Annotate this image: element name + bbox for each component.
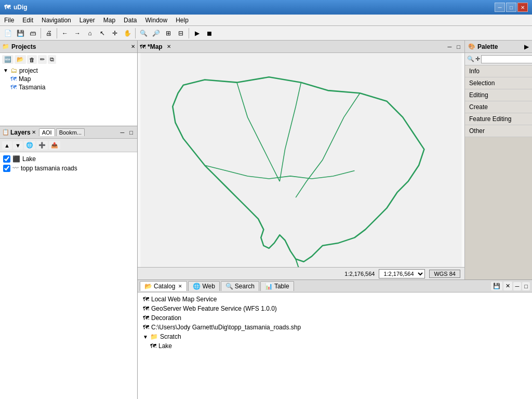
menu-data[interactable]: Data: [119, 15, 141, 25]
map-close-icon[interactable]: ✕: [167, 44, 171, 49]
catalog-decoration-label: Decoration: [151, 314, 181, 322]
catalog-lwms-icon: 🗺: [143, 296, 149, 303]
layers-maximize-button[interactable]: □: [127, 128, 135, 137]
menu-map[interactable]: Map: [99, 15, 119, 25]
save-button[interactable]: 💾: [15, 28, 26, 39]
home-button[interactable]: ⌂: [84, 28, 96, 39]
save-all-button[interactable]: 🗃: [27, 28, 38, 39]
menubar: File Edit Navigation Layer Map Data Wind…: [0, 15, 532, 26]
catalog-close-icon[interactable]: ✕: [178, 284, 182, 289]
zoom-previous-button[interactable]: ⊟: [175, 28, 187, 39]
palette-search-input[interactable]: [481, 55, 532, 63]
zoom-extent-button[interactable]: ⊞: [163, 28, 174, 39]
map-view[interactable]: [138, 53, 464, 267]
palette-item-other[interactable]: Other: [465, 125, 532, 137]
palette-item-feature-editing[interactable]: Feature Editing: [465, 113, 532, 125]
projects-open-button[interactable]: 📂: [15, 55, 26, 64]
bottom-close-button[interactable]: ✕: [503, 282, 512, 290]
catalog-shapefile-icon: 🗺: [143, 324, 149, 331]
layer-lake[interactable]: ⬛ Lake: [2, 154, 135, 164]
new-button[interactable]: 📄: [2, 28, 14, 39]
catalog-item-shapefile[interactable]: 🗺 C:\Users\Jody Garnett\uDig\topp_tasman…: [142, 323, 528, 332]
catalog-item-lake[interactable]: 🗺 Lake: [142, 341, 528, 351]
layer-roads-checkbox[interactable]: [3, 165, 10, 172]
projects-rename-button[interactable]: ✏: [38, 55, 47, 64]
catalog-item-decoration[interactable]: 🗺 Decoration: [142, 313, 528, 323]
pan-button[interactable]: ✋: [122, 28, 133, 39]
palette-expand-icon[interactable]: ▶: [524, 43, 529, 50]
map-icon: 🗺: [140, 44, 145, 50]
layers-minimize-button[interactable]: ─: [118, 128, 127, 137]
bottom-save-button[interactable]: 💾: [491, 282, 502, 290]
back-button[interactable]: ←: [59, 28, 71, 39]
map-svg: [138, 53, 464, 267]
layer-globe-button[interactable]: 🌐: [24, 141, 35, 150]
layer-roads[interactable]: 〰 topp tasmania roads: [2, 164, 135, 173]
expand-scratch-icon: ▼: [143, 334, 148, 340]
palette-item-selection[interactable]: Selection: [465, 77, 532, 89]
start-button[interactable]: ▶: [191, 28, 203, 39]
catalog-shapefile-label: C:\Users\Jody Garnett\uDig\topp_tasmania…: [151, 324, 301, 331]
stop-button[interactable]: ◼: [204, 28, 215, 39]
tab-web[interactable]: 🌐 Web: [188, 281, 219, 291]
close-button[interactable]: ✕: [517, 3, 528, 12]
layers-panel-close-icon[interactable]: ✕: [32, 129, 36, 135]
maximize-button[interactable]: □: [506, 3, 516, 12]
projects-new-button[interactable]: 🆕: [2, 55, 14, 64]
bottom-minimize-button[interactable]: ─: [513, 282, 522, 290]
tab-aoi[interactable]: AOI: [39, 128, 55, 136]
palette-item-editing[interactable]: Editing: [465, 89, 532, 101]
layers-panel: 📋 Layers ✕ AOI Bookm... ─ □ ▲ ▼ 🌐 ➕ 📤: [0, 126, 137, 399]
map-container: 🗺 *Map ✕ ─ □: [138, 41, 464, 280]
palette-item-info[interactable]: Info: [465, 65, 532, 77]
forward-button[interactable]: →: [72, 28, 83, 39]
layer-lake-checkbox[interactable]: [3, 155, 10, 163]
map-label: Map: [19, 75, 31, 83]
catalog-scratch-label: Scratch: [160, 333, 181, 340]
tree-project[interactable]: ▼ 🗂 project: [2, 66, 135, 75]
tree-map[interactable]: 🗺 Map: [2, 75, 135, 83]
projects-duplicate-button[interactable]: ⧉: [48, 55, 56, 64]
tab-table[interactable]: 📊 Table: [260, 281, 294, 291]
map-tab[interactable]: *Map: [148, 43, 163, 50]
projects-panel-title: Projects: [11, 43, 36, 50]
layer-add-button[interactable]: ➕: [36, 141, 48, 150]
projects-panel-close-icon[interactable]: ✕: [131, 44, 135, 49]
layer-down-button[interactable]: ▼: [13, 141, 23, 150]
app-icon: 🗺: [4, 4, 10, 11]
print-button[interactable]: 🖨: [43, 28, 55, 39]
layer-up-button[interactable]: ▲: [2, 141, 12, 150]
cross-button[interactable]: ✛: [109, 28, 121, 39]
scale-label: 1:2,176,564: [344, 271, 375, 277]
palette-item-create[interactable]: Create: [465, 101, 532, 113]
menu-help[interactable]: Help: [171, 15, 193, 25]
zoom-in-button[interactable]: 🔍: [138, 28, 149, 39]
palette-icon: 🎨: [468, 43, 475, 50]
catalog-item-geoserver[interactable]: 🗺 GeoServer Web Feature Service (WFS 1.0…: [142, 304, 528, 313]
menu-edit[interactable]: Edit: [18, 15, 37, 25]
tab-search[interactable]: 🔍 Search: [221, 281, 259, 291]
tree-tasmania[interactable]: 🗺 Tasmania: [2, 83, 135, 91]
toolbar-sep2: [57, 28, 57, 38]
map-statusbar: 1:2,176,564 1:2,176,564 WGS 84: [138, 267, 464, 280]
map-maximize-button[interactable]: □: [455, 43, 462, 51]
scale-dropdown[interactable]: 1:2,176,564: [379, 269, 425, 278]
menu-layer[interactable]: Layer: [75, 15, 99, 25]
tab-catalog[interactable]: 📂 Catalog ✕: [140, 281, 187, 291]
pointer-button[interactable]: ↖: [97, 28, 108, 39]
layers-toolbar: ▲ ▼ 🌐 ➕ 📤: [0, 139, 137, 152]
layer-export-button[interactable]: 📤: [49, 141, 60, 150]
crs-button[interactable]: WGS 84: [429, 270, 460, 278]
menu-file[interactable]: File: [0, 15, 18, 25]
zoom-out-button[interactable]: 🔎: [150, 28, 162, 39]
catalog-item-scratch[interactable]: ▼ 📁 Scratch: [142, 332, 528, 341]
tab-bookmarks[interactable]: Bookm...: [56, 128, 85, 136]
catalog-item-lwms[interactable]: 🗺 Local Web Map Service: [142, 295, 528, 304]
bottom-maximize-button[interactable]: □: [522, 282, 530, 290]
minimize-button[interactable]: ─: [495, 3, 505, 12]
map-minimize-button[interactable]: ─: [446, 43, 454, 51]
catalog-decoration-icon: 🗺: [143, 314, 149, 322]
projects-delete-button[interactable]: 🗑: [27, 55, 37, 64]
menu-window[interactable]: Window: [141, 15, 171, 25]
menu-navigation[interactable]: Navigation: [37, 15, 75, 25]
